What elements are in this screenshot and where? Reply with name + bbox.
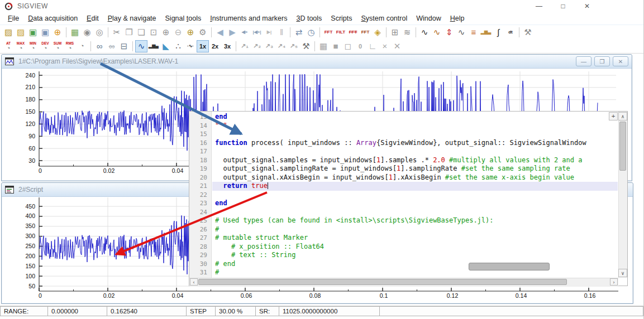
play-button[interactable]: ▶: [226, 26, 238, 38]
menu-play-navigate[interactable]: Play & navigate: [103, 14, 161, 22]
editor-scroll-left-button[interactable]: ‹: [190, 278, 198, 286]
code-line-16[interactable]: function process( input_windows :: Array…: [215, 139, 618, 148]
zoom-3x-button[interactable]: 3x: [221, 40, 233, 52]
code-line-30[interactable]: # end: [215, 260, 618, 269]
audio-output-button[interactable]: ◀»: [238, 26, 251, 38]
play-to-end-button[interactable]: ▶|: [263, 26, 275, 38]
jump-marker-3-button[interactable]: ↗₃: [263, 40, 275, 52]
code-line-22[interactable]: [215, 191, 618, 200]
zoom-out-button[interactable]: ⊖: [172, 26, 184, 38]
derivative-tool[interactable]: dt: [504, 26, 517, 38]
menu-3d-tools[interactable]: 3D tools: [292, 14, 326, 22]
copy-button[interactable]: ❐: [123, 26, 135, 38]
code-line-29[interactable]: # text :: String: [215, 251, 618, 260]
import-file-button[interactable]: ▨: [15, 26, 27, 38]
code-line-26[interactable]: #: [215, 225, 618, 234]
code-line-20[interactable]: output_signal.xAxisBegin = input_windows…: [215, 173, 618, 182]
meter-min-button[interactable]: MIN◔: [27, 40, 39, 52]
editor-plus-button[interactable]: +: [609, 112, 618, 120]
3d-axes-button[interactable]: ∟: [366, 40, 379, 52]
menu-signal-tools[interactable]: Signal tools: [161, 14, 206, 22]
menu-scripts[interactable]: Scripts: [326, 14, 356, 22]
code-line-27[interactable]: # mutable struct Marker: [215, 234, 618, 243]
display-line-button[interactable]: ∿: [135, 40, 147, 52]
paste-special-button[interactable]: ⊡: [147, 26, 160, 38]
code-line-19[interactable]: output_signal.samplingRate = input_windo…: [215, 165, 618, 173]
3d-close-button[interactable]: ✕: [391, 40, 403, 52]
histogram-tool[interactable]: ▂▆▃: [480, 26, 492, 38]
loop-playback-button[interactable]: ⇄: [293, 26, 305, 38]
app-minimize-button[interactable]: —: [529, 0, 548, 12]
audio-monitor-button[interactable]: |◀»|: [251, 26, 263, 38]
code-line-28[interactable]: # x_position :: Float64: [215, 243, 618, 252]
jump-marker-5-button[interactable]: ↗₅: [288, 40, 300, 52]
jump-marker-2-button[interactable]: ↗₂: [251, 40, 263, 52]
3d-expand-button[interactable]: ×: [379, 40, 391, 52]
floating-scrollbar-thumb[interactable]: [469, 263, 550, 270]
menu-data-acquisition[interactable]: Data acquisition: [23, 14, 82, 22]
code-line-15[interactable]: [215, 130, 618, 139]
code-line-23[interactable]: end: [215, 199, 618, 208]
add-to-workspace-button[interactable]: ⊕: [51, 26, 64, 38]
data-acquisition-button[interactable]: ▦: [69, 26, 81, 38]
3d-wireframe-button[interactable]: ▦: [317, 40, 330, 52]
record-stop-button[interactable]: ◎: [93, 26, 106, 38]
zoom-custom-button[interactable]: ⊕: [184, 26, 197, 38]
code-line-18[interactable]: output_signal.samples = input_windows[1]…: [215, 156, 618, 165]
display-filled-button[interactable]: ◣: [160, 40, 172, 52]
zoom-in-button[interactable]: ⊕: [160, 26, 172, 38]
signal-calculator-button[interactable]: ⊞: [389, 26, 401, 38]
code-line-13[interactable]: end: [215, 113, 618, 122]
win1-restore-button[interactable]: ❐: [594, 56, 610, 66]
meter-dev-button[interactable]: DEV◔: [39, 40, 51, 52]
display-samples-button[interactable]: ∴: [172, 40, 184, 52]
save-workspace-button[interactable]: ▣: [39, 26, 51, 38]
integral-tool[interactable]: ∫: [492, 26, 504, 38]
code-line-21[interactable]: return true: [215, 182, 618, 191]
zoom-2x-button[interactable]: 2x: [209, 40, 221, 52]
window-organization-button[interactable]: ⊟: [118, 40, 130, 52]
unlink-windows-button[interactable]: ∞: [106, 40, 118, 52]
save-signal-button[interactable]: ▣: [27, 26, 39, 38]
editor-scroll-down-button[interactable]: ∨: [618, 269, 627, 277]
meter-max-button[interactable]: MAX◔: [15, 40, 27, 52]
settings-button[interactable]: ⚙: [197, 26, 209, 38]
code-line-24[interactable]: [215, 208, 618, 217]
custom-script-tool[interactable]: ⚒: [522, 26, 534, 38]
signal-points-tool[interactable]: ∿: [431, 26, 443, 38]
paste-button[interactable]: ❏: [135, 26, 147, 38]
display-line-samples-button[interactable]: ·∿·: [184, 40, 197, 52]
menu-system-control[interactable]: System control: [357, 14, 412, 22]
signal-generator-button[interactable]: ≋: [401, 26, 413, 38]
open-file-button[interactable]: ▨: [2, 26, 15, 38]
jump-marker-1-button[interactable]: ↗₁: [238, 40, 251, 52]
script-editor[interactable]: 13141516171819202122232425262728293031 e…: [189, 111, 628, 286]
win1-close-button[interactable]: ✕: [613, 56, 628, 66]
app-title-bar[interactable]: SIGVIEW — □ ✕: [0, 0, 643, 12]
3d-tools-button[interactable]: ◈: [371, 26, 384, 38]
fft-options-button[interactable]: FFT: [359, 26, 371, 38]
signal-cursor-tool[interactable]: ∿: [418, 26, 431, 38]
marker-tools-button[interactable]: ⚒: [300, 40, 312, 52]
menu-file[interactable]: File: [3, 14, 23, 22]
meter-rms-button[interactable]: RMS◔: [64, 40, 76, 52]
3d-zero-button[interactable]: 0: [354, 40, 366, 52]
code-line-17[interactable]: [215, 147, 618, 156]
play-skip-back-button[interactable]: ◀: [214, 26, 226, 38]
menu-instruments-and-markers[interactable]: Instruments and markers: [206, 14, 292, 22]
editor-scroll-up-button[interactable]: ∧: [618, 112, 627, 120]
editor-vscroll-thumb[interactable]: [619, 122, 626, 171]
pause-button[interactable]: ‖: [275, 26, 288, 38]
link-windows-button[interactable]: ∞: [93, 40, 106, 52]
cut-button[interactable]: ✂: [111, 26, 123, 38]
editor-scroll-right-button[interactable]: ›: [610, 278, 618, 286]
play-timer-button[interactable]: ◷: [305, 26, 317, 38]
menu-edit[interactable]: Edit: [82, 14, 103, 22]
filter-button[interactable]: FILT: [335, 26, 347, 38]
code-line-31[interactable]: #: [215, 268, 618, 277]
signal-amplitude-tool[interactable]: ⇕: [443, 26, 455, 38]
code-line-14[interactable]: """: [215, 122, 618, 130]
menu-help[interactable]: Help: [446, 14, 469, 22]
win1-minimize-button[interactable]: —: [576, 56, 591, 66]
display-bars-button[interactable]: ▂▆▄: [147, 40, 160, 52]
